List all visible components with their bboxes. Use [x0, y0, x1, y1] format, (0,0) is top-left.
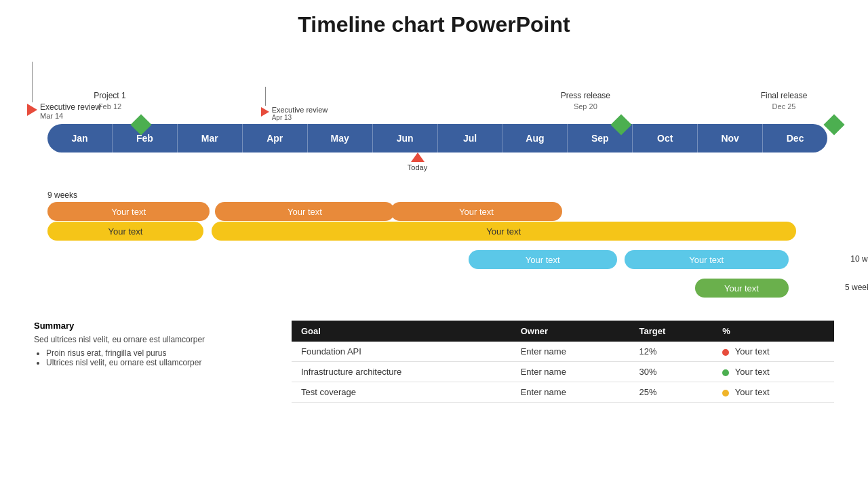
weeks-label-1: 9 weeks: [47, 190, 827, 200]
row1-owner: Enter name: [511, 342, 630, 362]
milestone-press-label: Press release Sep 20: [561, 90, 610, 112]
month-may: May: [308, 124, 373, 152]
flag1-label: Executive review: [40, 102, 101, 112]
table-box: Goal Owner Target % Foundation API Enter…: [292, 321, 834, 403]
col-target: Target: [630, 321, 713, 342]
row3-value: Your text: [713, 382, 834, 403]
timeline-area: Executive review Mar 14 Executive review…: [27, 49, 841, 185]
month-apr: Apr: [243, 124, 308, 152]
flag1-date: Mar 14: [40, 112, 101, 120]
row1-goal: Foundation API: [292, 342, 511, 362]
col-owner: Owner: [511, 321, 630, 342]
row3-goal: Test coverage: [292, 382, 511, 403]
row3-target: 25%: [630, 382, 713, 403]
summary-title: Summary: [34, 321, 264, 331]
gantt-bar-3-2: Your text: [625, 250, 789, 269]
bullet-2: Ultrices nisl velit, eu ornare est ullam…: [46, 358, 264, 367]
bottom-section: Summary Sed ultrices nisl velit, eu orna…: [27, 321, 841, 403]
dot-red-icon: [722, 349, 729, 356]
col-goal: Goal: [292, 321, 511, 342]
gantt-bar-4-1: Your text: [695, 279, 789, 298]
weeks-label-3: 10 weeks: [850, 254, 868, 264]
press-name: Press release: [561, 90, 610, 102]
row2-value: Your text: [713, 362, 834, 382]
gantt-row-2: Your text Your text: [47, 222, 827, 241]
month-dec: Dec: [763, 124, 827, 152]
page-title: Timeline chart PowerPoint: [27, 12, 841, 37]
gantt-bar-1-2: Your text: [215, 202, 395, 221]
project1-date: Feb 12: [94, 102, 125, 112]
month-jun: Jun: [373, 124, 438, 152]
row2-goal: Infrastructure architecture: [292, 362, 511, 382]
gantt-row-1: 9 weeks Your text Your text Your text: [47, 190, 827, 221]
final-name: Final release: [761, 90, 808, 102]
flag-exec-review-2: Executive review Apr 13: [261, 87, 328, 121]
today-triangle-icon: [411, 152, 425, 162]
final-date: Dec 25: [761, 102, 808, 112]
month-mar: Mar: [178, 124, 243, 152]
flag2-label: Executive review: [272, 106, 328, 114]
gantt-row-3: Your text Your text 10 weeks: [47, 250, 827, 269]
flag2-date: Apr 13: [272, 114, 328, 121]
milestone-final-label: Final release Dec 25: [761, 90, 808, 112]
project1-name: Project 1: [94, 90, 125, 102]
month-nov: Nov: [698, 124, 763, 152]
gantt-row-4: Your text 5 weeks: [47, 279, 827, 298]
summary-box: Summary Sed ultrices nisl velit, eu orna…: [34, 321, 264, 403]
row1-target: 12%: [630, 342, 713, 362]
press-date: Sep 20: [561, 102, 610, 112]
milestone-project1-label: Project 1 Feb 12: [94, 90, 125, 112]
month-aug: Aug: [502, 124, 568, 152]
flag-exec-review-1: Executive review Mar 14: [27, 62, 101, 120]
col-percent: %: [713, 321, 834, 342]
data-table: Goal Owner Target % Foundation API Enter…: [292, 321, 834, 403]
bullet-1: Proin risus erat, fringilla vel purus: [46, 348, 264, 358]
weeks-label-4: 5 weeks: [845, 283, 868, 292]
gantt-bar-2-2: Your text: [212, 222, 797, 241]
gantt-bar-1-3: Your text: [391, 202, 562, 221]
summary-bullets: Proin risus erat, fringilla vel purus Ul…: [34, 348, 264, 367]
table-row: Test coverage Enter name 25% Your text: [292, 382, 834, 403]
gantt-bar-2-1: Your text: [47, 222, 203, 241]
today-label: Today: [408, 163, 427, 171]
summary-text: Sed ultrices nisl velit, eu ornare est u…: [34, 335, 264, 344]
dot-yellow-icon: [722, 390, 729, 396]
table-row: Infrastructure architecture Enter name 3…: [292, 362, 834, 382]
page: Timeline chart PowerPoint Executive revi…: [0, 0, 868, 488]
gantt-bar-1-1: Your text: [47, 202, 210, 221]
table-row: Foundation API Enter name 12% Your text: [292, 342, 834, 362]
dot-green-icon: [722, 369, 729, 376]
gantt-bar-3-1: Your text: [469, 250, 617, 269]
gantt-area: 9 weeks Your text Your text Your text: [27, 184, 841, 319]
row2-target: 30%: [630, 362, 713, 382]
month-jul: Jul: [438, 124, 503, 152]
row3-owner: Enter name: [511, 382, 630, 403]
month-jan: Jan: [47, 124, 113, 152]
row2-owner: Enter name: [511, 362, 630, 382]
row1-value: Your text: [713, 342, 834, 362]
today-marker: Today: [408, 152, 427, 171]
timeline-bar: Jan Feb Mar Apr May Jun Jul Aug Sep Oct …: [47, 124, 827, 152]
month-oct: Oct: [633, 124, 698, 152]
